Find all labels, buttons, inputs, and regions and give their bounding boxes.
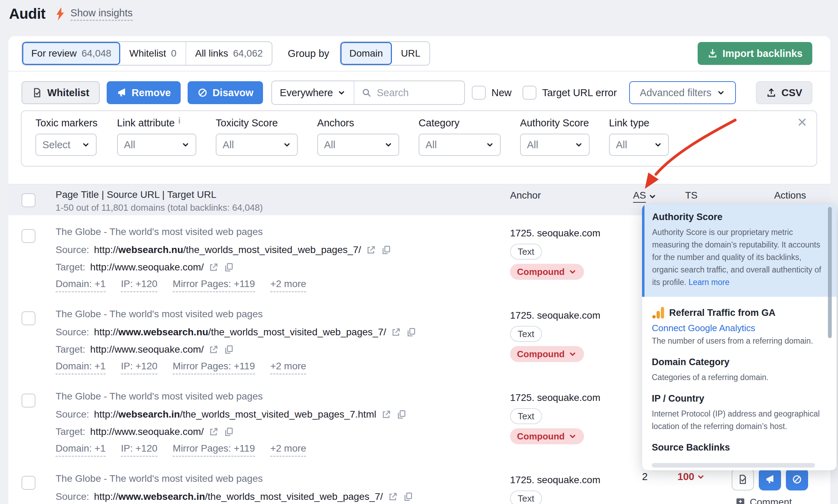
ts-value[interactable]: 100 xyxy=(677,471,705,482)
info-icon[interactable]: i xyxy=(178,117,180,124)
learn-more-link[interactable]: Learn more xyxy=(689,278,730,287)
external-link-icon[interactable] xyxy=(208,344,219,355)
toxic-marker-badge[interactable]: Compound xyxy=(510,346,584,362)
group-by-domain[interactable]: Domain xyxy=(340,42,392,65)
tooltip-scrollbar[interactable] xyxy=(828,207,832,338)
tooltip-ip-country-section: IP / Country Internet Protocol (IP) addr… xyxy=(642,393,837,432)
marker-ip[interactable]: IP: +120 xyxy=(121,278,157,292)
group-by-url[interactable]: URL xyxy=(392,42,429,65)
filter-link-attribute-select[interactable]: All xyxy=(117,134,196,156)
external-link-icon[interactable] xyxy=(391,327,401,337)
column-header-as[interactable]: AS xyxy=(633,190,657,203)
marker-ip[interactable]: IP: +120 xyxy=(121,443,157,457)
copy-icon[interactable] xyxy=(224,262,234,272)
disavow-button[interactable]: Disavow xyxy=(188,81,263,104)
copy-icon[interactable] xyxy=(403,492,413,502)
target-url: http://www.seoquake.com/ xyxy=(90,344,204,355)
filter-link-type-select[interactable]: All xyxy=(609,134,669,156)
new-checkbox[interactable] xyxy=(472,86,486,100)
external-link-icon[interactable] xyxy=(208,262,219,272)
filter-toxicity-score: Toxicity Score All xyxy=(216,117,298,166)
tooltip-domain-category-section: Domain Category Categories of a referrin… xyxy=(642,357,837,384)
marker-more[interactable]: +2 more xyxy=(270,278,306,292)
close-filters-icon[interactable]: ✕ xyxy=(797,115,807,130)
row-checkbox[interactable] xyxy=(22,229,35,243)
copy-icon[interactable] xyxy=(224,344,234,355)
marker-domain[interactable]: Domain: +1 xyxy=(56,443,106,457)
row-checkbox[interactable] xyxy=(22,311,35,325)
remove-button[interactable]: Remove xyxy=(107,81,181,104)
filter-toxic-markers-select[interactable]: Select xyxy=(35,134,97,156)
target-url-line: Target: http://www.seoquake.com/ xyxy=(56,426,234,437)
search-scope-value: Everywhere xyxy=(280,87,333,99)
connect-google-analytics-link[interactable]: Connect Google Analytics xyxy=(652,323,755,333)
table-pagination-summary: 1-50 out of 11,801 domains (total backli… xyxy=(56,202,263,213)
external-link-icon[interactable] xyxy=(366,245,376,255)
row-page-title: The Globe - The world's most visited web… xyxy=(56,473,263,484)
csv-export-button[interactable]: CSV xyxy=(756,81,812,104)
external-link-icon[interactable] xyxy=(381,409,392,420)
toxic-marker-badge[interactable]: Compound xyxy=(510,428,584,444)
import-backlinks-button[interactable]: Import backlinks xyxy=(698,42,812,65)
column-header-anchor: Anchor xyxy=(510,190,541,201)
row-checkbox[interactable] xyxy=(22,476,35,490)
toxic-marker-badge[interactable]: Compound xyxy=(510,264,584,280)
show-insights-link[interactable]: Show insights xyxy=(71,7,133,21)
tooltip-ip-country-title: IP / Country xyxy=(652,393,828,404)
marker-ip[interactable]: IP: +120 xyxy=(121,361,157,375)
chevron-down-icon xyxy=(696,472,705,481)
tab-whitelist[interactable]: Whitelist 0 xyxy=(120,42,185,65)
source-label: Source: xyxy=(56,244,89,255)
copy-icon[interactable] xyxy=(396,409,407,420)
chevron-down-icon xyxy=(485,140,494,149)
filter-authority-score-label: Authority Score xyxy=(520,117,590,129)
tab-all-links[interactable]: All links 64,062 xyxy=(186,42,272,65)
toolbar-row: Whitelist Remove Disavow Everywhere xyxy=(8,81,830,105)
search-input[interactable] xyxy=(376,87,457,99)
source-url: http://websearch.in/the_worlds_most_visi… xyxy=(94,409,376,420)
marker-mirror-pages[interactable]: Mirror Pages: +119 xyxy=(173,278,255,292)
row-disavow-button[interactable] xyxy=(786,468,808,490)
filter-authority-score-select[interactable]: All xyxy=(520,134,590,156)
marker-domain[interactable]: Domain: +1 xyxy=(56,278,106,292)
comment-button[interactable]: Comment xyxy=(735,497,792,504)
external-link-icon[interactable] xyxy=(208,427,219,437)
target-url-error-checkbox[interactable] xyxy=(523,86,536,100)
tab-for-review-count: 64,048 xyxy=(82,48,112,59)
prohibit-icon xyxy=(792,474,802,485)
search-scope-dropdown[interactable]: Everywhere xyxy=(272,81,354,104)
tooltip-authority-score-section: Authority Score Authority Score is our p… xyxy=(642,204,837,297)
marker-more[interactable]: +2 more xyxy=(270,361,306,375)
csv-button-label: CSV xyxy=(781,87,802,99)
filter-category-select[interactable]: All xyxy=(419,134,501,156)
marker-mirror-pages[interactable]: Mirror Pages: +119 xyxy=(173,443,255,457)
whitelist-button[interactable]: Whitelist xyxy=(22,81,100,104)
external-link-icon[interactable] xyxy=(388,492,398,502)
copy-icon[interactable] xyxy=(224,427,234,437)
filter-anchors-select[interactable]: All xyxy=(317,134,399,156)
target-label: Target: xyxy=(56,344,85,355)
tab-whitelist-label: Whitelist xyxy=(129,48,166,59)
target-url: http://www.seoquake.com/ xyxy=(90,262,204,273)
row-remove-button[interactable] xyxy=(759,468,781,490)
select-all-checkbox[interactable] xyxy=(22,193,35,207)
marker-mirror-pages[interactable]: Mirror Pages: +119 xyxy=(173,361,255,375)
marker-more[interactable]: +2 more xyxy=(270,443,306,457)
filter-category-label: Category xyxy=(419,117,501,129)
tooltip-authority-score-title: Authority Score xyxy=(652,212,828,222)
row-checkbox[interactable] xyxy=(22,394,35,408)
marker-domain[interactable]: Domain: +1 xyxy=(56,361,106,375)
toxic-markers-line: Domain: +1 IP: +120 Mirror Pages: +119 +… xyxy=(56,443,306,457)
advanced-filters-button[interactable]: Advanced filters xyxy=(629,81,736,104)
filter-category: Category All xyxy=(419,117,501,166)
copy-icon[interactable] xyxy=(381,245,392,255)
group-by-label: Group by xyxy=(288,48,329,59)
copy-icon[interactable] xyxy=(406,327,417,337)
row-whitelist-button[interactable] xyxy=(732,468,754,490)
target-url-line: Target: http://www.seoquake.com/ xyxy=(56,262,234,273)
filter-toxicity-score-select[interactable]: All xyxy=(216,134,298,156)
link-type-badge: Text xyxy=(510,244,542,260)
tab-for-review[interactable]: For review 64,048 xyxy=(22,42,120,65)
filter-toxic-markers-value: Select xyxy=(42,139,71,151)
row-actions xyxy=(732,468,808,490)
